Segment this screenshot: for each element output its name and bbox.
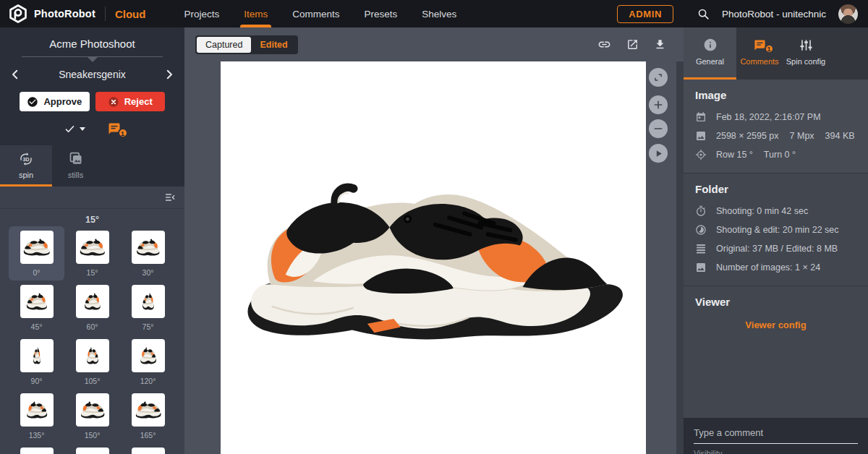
top-navbar: PhotoRobot Cloud Projects Items Comments…: [0, 0, 868, 27]
reject-label: Reject: [124, 96, 153, 107]
image-date: Feb 18, 2022, 2:16:07 PM: [716, 112, 821, 122]
select-mode-dropdown[interactable]: [64, 124, 85, 134]
open-in-new-button[interactable]: [626, 38, 639, 51]
folder-shooting: Shooting: 0 min 42 sec: [716, 206, 808, 216]
thumb-165[interactable]: 165°: [120, 389, 176, 443]
thumb-105[interactable]: 105°: [64, 335, 120, 389]
project-title[interactable]: Acme Photoshoot: [0, 34, 184, 53]
calendar-icon: [695, 111, 707, 123]
account-name[interactable]: PhotoRobot - unitechnic: [722, 9, 826, 20]
thumb-15[interactable]: 15°: [64, 226, 120, 280]
image-turn-angle: Turn 0 °: [764, 150, 796, 160]
tab-spin-label: spin: [19, 171, 33, 179]
thumb-135[interactable]: 135°: [9, 389, 64, 443]
play-spin-button[interactable]: [649, 144, 668, 163]
viewer-config-link[interactable]: Viewer config: [745, 320, 806, 330]
thumb-120[interactable]: 120°: [120, 335, 176, 389]
image-section-heading: Image: [695, 89, 856, 101]
thumb-30[interactable]: 30°: [120, 226, 176, 280]
approval-actions: Approve Reject: [0, 85, 184, 111]
thumb-0[interactable]: 0°: [9, 226, 64, 280]
chevron-right-icon: [163, 68, 176, 81]
item-comments-button[interactable]: 1: [107, 122, 122, 135]
reject-button[interactable]: Reject: [95, 92, 166, 111]
thumb-image-30: [132, 231, 165, 264]
thumb-150[interactable]: 150°: [64, 389, 120, 443]
thumb-image-105: [76, 339, 109, 372]
shoe-mini-30: [134, 238, 163, 257]
thumb-image: [76, 447, 109, 454]
folder-shooting-row: Shooting: 0 min 42 sec: [695, 202, 856, 220]
viewer-controls: [649, 68, 668, 163]
approve-label: Approve: [43, 96, 82, 107]
project-dropdown-indicator: [22, 56, 163, 57]
viewer-toolbar: Captured Edited: [184, 27, 684, 61]
folder-shooting-edit: Shooting & edit: 20 min 22 sec: [716, 225, 839, 235]
collapse-panel-button[interactable]: [163, 192, 176, 203]
tab-general-label: General: [696, 57, 724, 66]
thumb-45[interactable]: 45°: [9, 280, 64, 335]
zoom-in-button[interactable]: [649, 95, 668, 114]
nav-item-comments[interactable]: Comments: [280, 0, 352, 27]
tab-stills-label: stills: [68, 171, 83, 179]
link-icon: [597, 38, 611, 51]
fullscreen-button[interactable]: [649, 68, 668, 87]
approve-button[interactable]: Approve: [20, 92, 90, 111]
viewer-scrollbar-track[interactable]: [676, 61, 684, 454]
zoom-out-button[interactable]: [649, 119, 668, 138]
nav-item-presets[interactable]: Presets: [352, 0, 410, 27]
angle-thumbnail-grid: 0° 15° 30° 45°: [0, 226, 184, 454]
sneaker-product-image: [231, 179, 634, 344]
tab-general[interactable]: General: [684, 27, 736, 80]
comment-input[interactable]: [694, 425, 858, 444]
product-image-canvas[interactable]: [221, 61, 646, 454]
left-sidebar: Acme Photoshoot Sneakersgenix Approve: [0, 27, 184, 454]
next-item-button[interactable]: [161, 66, 178, 83]
cancel-circle-icon: [108, 96, 119, 108]
tab-spin[interactable]: 3D spin: [0, 145, 52, 187]
thumb-label: 165°: [140, 431, 156, 440]
tab-spin-config-label: Spin config: [786, 57, 825, 66]
navbar-right: ADMIN PhotoRobot - unitechnic: [617, 4, 858, 24]
thumb-90[interactable]: 90°: [9, 335, 64, 389]
shoe-mini-60: [78, 292, 107, 311]
user-avatar[interactable]: [838, 4, 858, 24]
thumb-75[interactable]: 75°: [120, 280, 176, 335]
toggle-captured[interactable]: Captured: [197, 37, 251, 53]
tab-spin-config[interactable]: Spin config: [783, 27, 829, 80]
timelapse-clock-icon: [695, 224, 707, 236]
nav-item-items[interactable]: Items: [231, 0, 280, 27]
toggle-edited[interactable]: Edited: [251, 37, 296, 53]
copy-link-button[interactable]: [597, 38, 611, 51]
thumb-next-row[interactable]: [9, 443, 64, 454]
prev-item-button[interactable]: [7, 66, 24, 83]
thumb-label: 105°: [85, 377, 101, 385]
admin-button[interactable]: ADMIN: [617, 5, 673, 23]
download-button[interactable]: [654, 38, 666, 51]
thumbnail-panel: 15° 0° 15° 30°: [0, 187, 184, 454]
thumb-image-150: [76, 393, 109, 427]
open-in-new-icon: [626, 38, 639, 51]
shoe-mini-90: [22, 346, 51, 365]
image-file-size: 394 KB: [825, 131, 855, 141]
stills-icon: [68, 152, 84, 166]
thumb-next-row[interactable]: [64, 443, 120, 454]
shoe-mini-45: [22, 292, 51, 311]
nav-item-shelves[interactable]: Shelves: [409, 0, 469, 27]
search-icon[interactable]: [697, 8, 710, 20]
nav-item-projects[interactable]: Projects: [171, 0, 231, 27]
viewer-toolbar-icons: [597, 38, 666, 51]
thumb-label: 75°: [142, 322, 154, 331]
tab-comments[interactable]: 1 Comments: [736, 27, 783, 80]
collapse-menu-icon: [163, 192, 176, 203]
brand[interactable]: PhotoRobot: [9, 4, 95, 23]
shoe-mini-150: [78, 401, 107, 419]
tab-stills[interactable]: stills: [52, 145, 99, 187]
thumb-60[interactable]: 60°: [64, 280, 120, 335]
thumb-label: 150°: [85, 431, 101, 440]
shoe-mini-0: [22, 238, 51, 257]
image-position-row: Row 15 ° Turn 0 °: [695, 145, 856, 164]
thumb-image-45: [20, 285, 54, 318]
folder-image-count: Number of images: 1 × 24: [716, 262, 820, 273]
thumb-next-row[interactable]: [120, 443, 176, 454]
